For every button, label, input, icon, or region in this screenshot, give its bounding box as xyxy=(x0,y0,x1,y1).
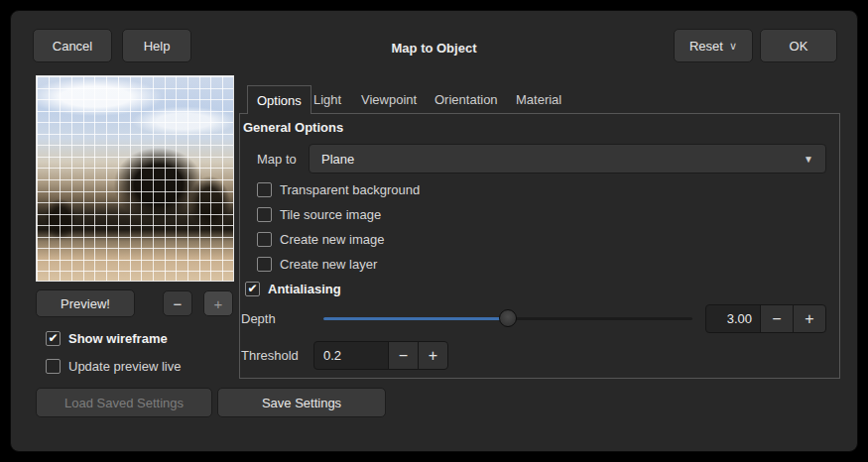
threshold-decrement-button[interactable]: − xyxy=(388,341,419,370)
show-wireframe-checkbox[interactable]: ✔ Show wireframe xyxy=(46,330,168,346)
save-settings-button[interactable]: Save Settings xyxy=(217,388,386,417)
reset-label: Reset xyxy=(689,39,723,54)
tab-viewpoint[interactable]: Viewpoint xyxy=(352,85,426,113)
checkbox-unchecked-icon xyxy=(257,207,272,222)
preview-image[interactable] xyxy=(36,75,234,282)
depth-slider[interactable] xyxy=(323,308,692,328)
slider-handle[interactable] xyxy=(499,309,517,327)
checkbox-unchecked-icon xyxy=(46,359,61,374)
checkbox-checked-icon: ✔ xyxy=(46,331,61,346)
transparent-background-label: Transparent background xyxy=(280,182,420,197)
zoom-out-button[interactable]: − xyxy=(163,290,192,316)
tab-material[interactable]: Material xyxy=(507,85,570,113)
create-new-layer-checkbox[interactable]: Create new layer xyxy=(257,256,377,272)
update-preview-live-checkbox[interactable]: Update preview live xyxy=(46,358,181,374)
threshold-value-field[interactable]: 0.2 xyxy=(313,341,389,370)
antialiasing-label: Antialiasing xyxy=(268,282,341,296)
create-new-image-checkbox[interactable]: Create new image xyxy=(257,231,385,247)
depth-increment-button[interactable]: + xyxy=(793,304,826,333)
plus-icon: + xyxy=(805,310,813,328)
checkbox-unchecked-icon xyxy=(257,257,272,272)
create-new-layer-label: Create new layer xyxy=(280,257,377,272)
slider-fill xyxy=(323,317,508,320)
chevron-down-icon: ∨ xyxy=(729,40,737,53)
minus-icon: − xyxy=(174,295,183,312)
general-options-heading: General Options xyxy=(243,120,343,135)
antialiasing-checkbox[interactable]: ✔ Antialiasing xyxy=(245,281,341,296)
update-preview-live-label: Update preview live xyxy=(68,359,181,374)
map-to-dropdown[interactable]: Plane ▼ xyxy=(309,144,826,173)
reset-button[interactable]: Reset ∨ xyxy=(674,29,753,62)
map-to-selected-value: Plane xyxy=(321,152,354,167)
threshold-label: Threshold xyxy=(241,348,299,363)
checkbox-unchecked-icon xyxy=(257,232,272,247)
map-to-label: Map to xyxy=(257,152,297,167)
tab-light[interactable]: Light xyxy=(305,85,350,113)
checkmark-icon: ✔ xyxy=(48,331,58,346)
create-new-image-label: Create new image xyxy=(280,232,385,247)
dropdown-arrow-icon: ▼ xyxy=(804,154,813,165)
checkbox-unchecked-icon xyxy=(257,182,272,197)
checkmark-icon: ✔ xyxy=(247,282,257,296)
tab-orientation[interactable]: Orientation xyxy=(426,85,507,113)
depth-value-field[interactable]: 3.00 xyxy=(705,304,761,333)
plus-icon: + xyxy=(429,347,437,365)
minus-icon: − xyxy=(399,347,408,365)
map-to-object-dialog: Cancel Help Map to Object Reset ∨ OK Pre… xyxy=(10,10,858,452)
tile-source-image-label: Tile source image xyxy=(280,207,381,222)
screen-background: Cancel Help Map to Object Reset ∨ OK Pre… xyxy=(0,0,868,462)
ok-button[interactable]: OK xyxy=(760,29,837,62)
load-saved-settings-button[interactable]: Load Saved Settings xyxy=(36,388,212,417)
zoom-in-button[interactable]: + xyxy=(203,290,233,316)
transparent-background-checkbox[interactable]: Transparent background xyxy=(257,181,420,197)
show-wireframe-label: Show wireframe xyxy=(68,331,168,346)
checkbox-checked-icon: ✔ xyxy=(245,282,260,296)
preview-button[interactable]: Preview! xyxy=(36,289,135,317)
tab-options[interactable]: Options xyxy=(247,85,311,114)
depth-decrement-button[interactable]: − xyxy=(760,304,794,333)
plus-icon: + xyxy=(214,295,223,312)
threshold-increment-button[interactable]: + xyxy=(418,341,448,370)
tile-source-image-checkbox[interactable]: Tile source image xyxy=(257,206,381,222)
minus-icon: − xyxy=(772,310,781,328)
depth-label: Depth xyxy=(241,311,276,326)
